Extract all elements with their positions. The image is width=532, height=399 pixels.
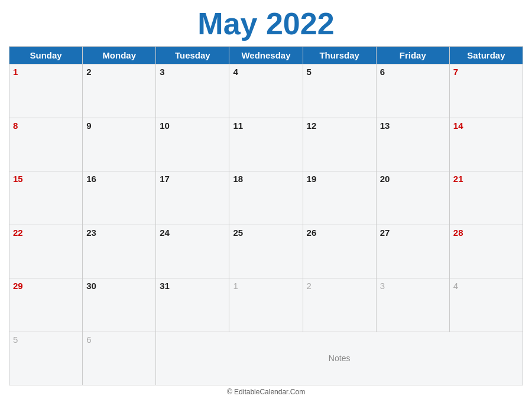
calendar-day: 11: [229, 118, 303, 171]
calendar-day: 20: [376, 171, 449, 225]
header-row: Sunday Monday Tuesday Wednesday Thursday…: [9, 47, 523, 64]
calendar-day: 1: [9, 64, 83, 118]
calendar-day: 16: [83, 171, 156, 225]
header-wednesday: Wednesday: [229, 47, 303, 64]
calendar-day: 7: [449, 64, 523, 118]
calendar-day: 12: [303, 118, 376, 171]
calendar-title: May 2022: [197, 6, 334, 41]
calendar-page: May 2022 Sunday Monday Tuesday Wednesday…: [0, 0, 532, 399]
calendar-day: 10: [156, 118, 229, 171]
calendar-day: 5: [9, 332, 83, 385]
calendar-day: 1: [229, 278, 303, 332]
calendar-day: 21: [449, 171, 523, 225]
header-monday: Monday: [83, 47, 156, 64]
calendar-day: 2: [83, 64, 156, 118]
calendar-day: 23: [83, 225, 156, 278]
calendar-day: 2: [303, 278, 376, 332]
calendar-day: 28: [449, 225, 523, 278]
calendar-day: 6: [83, 332, 156, 385]
calendar-day: 22: [9, 225, 83, 278]
calendar-day: 4: [229, 64, 303, 118]
calendar-week-row: 56Notes: [9, 332, 523, 385]
header-friday: Friday: [376, 47, 449, 64]
calendar-day: 3: [376, 278, 449, 332]
calendar-day: 15: [9, 171, 83, 225]
calendar-day: 3: [156, 64, 229, 118]
calendar-week-row: 891011121314: [9, 118, 523, 171]
calendar-day: 24: [156, 225, 229, 278]
calendar-day: 19: [303, 171, 376, 225]
calendar-day: 30: [83, 278, 156, 332]
calendar-day: 4: [449, 278, 523, 332]
header-thursday: Thursday: [303, 47, 376, 64]
calendar-day: 26: [303, 225, 376, 278]
calendar-body: 1234567891011121314151617181920212223242…: [9, 64, 523, 385]
calendar-day: 31: [156, 278, 229, 332]
calendar-week-row: 1234567: [9, 64, 523, 118]
calendar-day: 18: [229, 171, 303, 225]
calendar-day: 29: [9, 278, 83, 332]
calendar-week-row: 15161718192021: [9, 171, 523, 225]
calendar-day: 13: [376, 118, 449, 171]
calendar-table: Sunday Monday Tuesday Wednesday Thursday…: [9, 46, 523, 385]
header-sunday: Sunday: [9, 47, 83, 64]
calendar-day: 5: [303, 64, 376, 118]
calendar-day: 6: [376, 64, 449, 118]
header-tuesday: Tuesday: [156, 47, 229, 64]
notes-cell: Notes: [156, 332, 523, 385]
calendar-day: 27: [376, 225, 449, 278]
calendar-day: 9: [83, 118, 156, 171]
calendar-day: 17: [156, 171, 229, 225]
calendar-day: 25: [229, 225, 303, 278]
calendar-day: 8: [9, 118, 83, 171]
header-saturday: Saturday: [449, 47, 523, 64]
footer-copyright: © EditableCalendar.Com: [227, 388, 305, 396]
calendar-week-row: 22232425262728: [9, 225, 523, 278]
calendar-day: 14: [449, 118, 523, 171]
calendar-week-row: 2930311234: [9, 278, 523, 332]
